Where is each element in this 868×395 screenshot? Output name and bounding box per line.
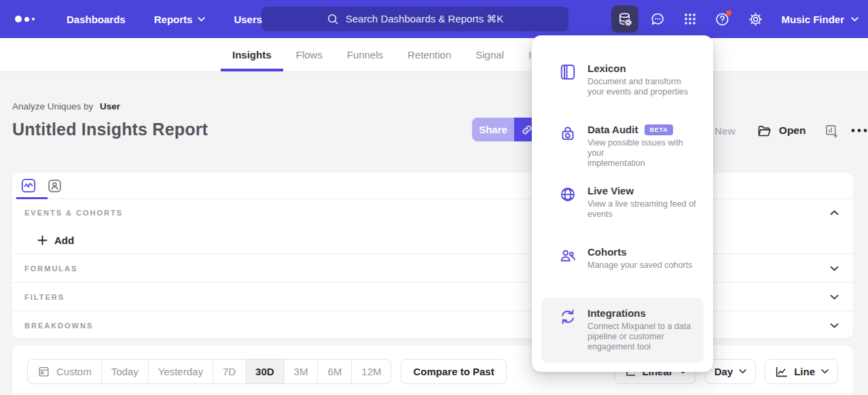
menu-item-description: View possible issues with your implement… [587,138,697,169]
beta-badge: BETA [645,124,672,135]
add-to-board-button[interactable] [825,124,839,138]
add-event-button[interactable]: Add [12,226,853,254]
chart-toolbar-card: Custom Today Yesterday 7D 30D 3M 6M 12M … [12,345,853,395]
integrations-icon [559,307,577,363]
data-management-menu: Lexicon Document and transform your even… [532,35,713,372]
tab-insights[interactable]: Insights [232,38,272,71]
help-button[interactable] [709,5,736,33]
apps-grid-icon [683,12,698,27]
project-switcher[interactable]: Music Finder [781,14,858,25]
chevron-down-icon [830,266,839,271]
add-to-board-icon [825,124,839,138]
section-label: FILTERS [24,293,65,301]
more-options-button[interactable] [851,128,867,133]
live-view-icon [559,185,577,237]
open-report-button[interactable]: Open [757,124,806,137]
navbar-right: Music Finder [609,0,858,38]
top-navbar: Dashboards Reports Users Search Dashboar… [0,0,868,38]
menu-item-description: Manage your saved cohorts [587,260,697,271]
cohorts-icon [559,246,577,298]
range-7d[interactable]: 7D [213,360,246,383]
range-12m[interactable]: 12M [352,360,391,383]
filters-header[interactable]: FILTERS [12,283,853,311]
profiles-tab[interactable] [46,177,62,194]
metrics-tab[interactable] [20,177,37,194]
range-custom[interactable]: Custom [28,360,102,383]
subtitle-prefix: Analyze Uniques by [12,101,93,111]
chevron-down-icon [830,323,839,328]
menu-item-title: Cohorts [587,246,627,258]
chevron-down-icon [830,294,839,300]
more-dots-icon [851,128,867,133]
chevron-down-icon [198,17,205,22]
report-subtitle: Analyze Uniques by User [12,101,208,111]
share-button[interactable]: Share [472,118,514,141]
range-3m[interactable]: 3M [285,360,319,383]
apps-grid-button[interactable] [676,5,704,33]
primary-nav: Dashboards Reports Users [67,14,262,25]
menu-item-title: Data Audit [587,124,638,135]
mixpanel-logo[interactable] [15,16,42,22]
data-management-icon [617,12,633,27]
data-audit-icon [559,124,577,175]
menu-item-integrations[interactable]: Integrations Connect Mixpanel to a data … [541,298,704,363]
date-range-control: Custom Today Yesterday 7D 30D 3M 6M 12M [27,359,391,384]
new-report-button[interactable]: New [715,125,736,137]
builder-tabs [12,173,853,199]
chevron-up-icon [830,210,839,216]
range-today[interactable]: Today [102,360,149,383]
formulas-header[interactable]: FORMULAS [12,254,853,282]
chevron-down-icon [821,369,829,374]
breakdowns-section: BREAKDOWNS [12,311,853,339]
menu-item-title: Lexicon [587,63,626,74]
tab-retention[interactable]: Retention [408,38,451,71]
lexicon-icon [559,63,577,114]
breakdowns-header[interactable]: BREAKDOWNS [12,311,853,339]
filters-section: FILTERS [12,283,853,311]
compare-to-past-button[interactable]: Compare to Past [401,359,506,384]
chart-area-divider [12,393,853,394]
project-name: Music Finder [781,14,844,25]
events-cohorts-section: EVENTS & COHORTS Add [12,199,853,254]
settings-button[interactable] [742,5,769,33]
menu-item-description: View a live streaming feed of events [587,199,697,220]
subtitle-measure-selector[interactable]: User [100,101,120,111]
page-title: Untitled Insights Report [12,120,208,139]
folder-open-icon [757,124,772,137]
menu-item-title: Integrations [587,307,646,319]
report-tabbar: Insights Flows Funnels Retention Signal … [0,38,868,72]
menu-item-lexicon[interactable]: Lexicon Document and transform your even… [541,53,704,114]
menu-item-cohorts[interactable]: Cohorts Manage your saved cohorts [541,237,704,298]
chevron-down-icon [851,17,858,22]
data-management-button[interactable] [611,5,638,33]
chart-type-dropdown[interactable]: Line [765,359,838,384]
tab-signal[interactable]: Signal [475,38,504,71]
nav-reports[interactable]: Reports [154,14,206,25]
nav-dashboards[interactable]: Dashboards [67,14,126,25]
menu-item-title: Live View [587,185,634,196]
report-actions: New Open [715,120,867,141]
messages-button[interactable] [644,5,671,33]
events-cohorts-header[interactable]: EVENTS & COHORTS [12,199,853,226]
section-label: EVENTS & COHORTS [24,209,123,217]
range-30d[interactable]: 30D [246,360,285,383]
chevron-down-icon [739,369,746,374]
nav-users[interactable]: Users [234,14,262,25]
tab-flows[interactable]: Flows [296,38,323,71]
plus-icon [37,235,48,245]
calendar-icon [37,365,50,378]
report-header: Analyze Uniques by User Untitled Insight… [12,101,208,139]
share-split-button: Share [472,118,540,141]
tab-funnels[interactable]: Funnels [347,38,383,71]
range-yesterday[interactable]: Yesterday [149,360,213,383]
search-icon [327,13,339,25]
menu-item-data-audit[interactable]: Data Audit BETA View possible issues wit… [541,114,704,175]
formulas-section: FORMULAS [12,254,853,283]
menu-item-description: Document and transform your events and p… [587,77,697,97]
messages-icon [650,12,666,27]
search-input[interactable]: Search Dashboards & Reports ⌘K [261,7,568,31]
range-6m[interactable]: 6M [318,360,352,383]
section-label: FORMULAS [24,264,77,273]
section-label: BREAKDOWNS [24,322,93,330]
menu-item-live-view[interactable]: Live View View a live streaming feed of … [541,175,704,237]
